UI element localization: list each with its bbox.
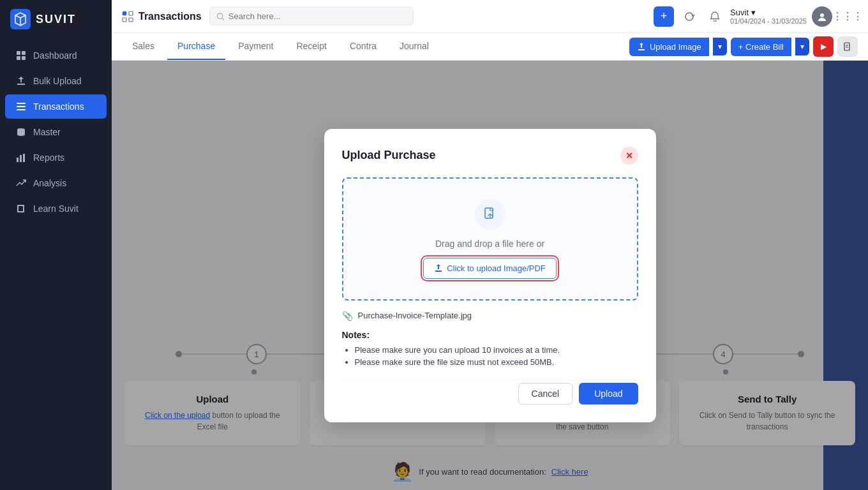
database-icon (15, 126, 27, 138)
svg-rect-1 (17, 51, 20, 55)
sidebar-item-dashboard[interactable]: Dashboard (5, 43, 107, 68)
logo[interactable]: SUVIT (0, 0, 112, 38)
add-button[interactable]: + (654, 6, 674, 27)
logo-icon (10, 9, 31, 29)
file-icon (483, 207, 497, 221)
doc-icon (843, 42, 852, 51)
upload-zone-icon (475, 199, 505, 230)
trending-up-icon (15, 177, 27, 189)
tab-purchase[interactable]: Purchase (167, 33, 225, 60)
sidebar-item-master[interactable]: Master (5, 120, 107, 144)
sync-icon-btn[interactable] (679, 6, 700, 27)
click-upload-button[interactable]: Click to upload Image/PDF (423, 258, 557, 279)
paperclip-icon: 📎 (342, 311, 353, 321)
youtube-button[interactable]: ▶ (813, 36, 834, 57)
sidebar-item-analysis[interactable]: Analysis (5, 171, 107, 195)
user-info: Suvit ▾ 01/04/2024 - 31/03/2025 (730, 8, 807, 25)
svg-rect-9 (17, 158, 19, 162)
sidebar-nav: Dashboard Bulk Upload Transactions Maste… (0, 38, 112, 226)
attached-file: 📎 Purchase-Invoice-Template.jpg (342, 311, 638, 321)
search-box[interactable] (209, 7, 414, 26)
create-bill-button[interactable]: + Create Bill (731, 38, 791, 56)
list-icon (15, 101, 27, 112)
upload-submit-button[interactable]: Upload (579, 383, 638, 405)
sidebar-item-bulk-upload[interactable]: Bulk Upload (5, 69, 107, 93)
notes-list: Please make sure you can upload 10 invoi… (342, 345, 638, 367)
tabbar: Sales Purchase Payment Receipt Contra Jo… (112, 33, 868, 61)
cancel-button[interactable]: Cancel (518, 383, 573, 405)
transactions-icon (122, 11, 133, 22)
note-item-1: Please make sure you can upload 10 invoi… (355, 345, 638, 355)
sidebar: SUVIT Dashboard Bulk Upload Transactions… (0, 0, 112, 490)
avatar[interactable] (812, 6, 832, 27)
tab-receipt[interactable]: Receipt (286, 33, 336, 60)
sidebar-item-learn-suvit[interactable]: Learn Suvit (5, 197, 107, 221)
sidebar-item-label: Dashboard (33, 50, 77, 61)
tab-sales[interactable]: Sales (122, 33, 165, 60)
tabbar-actions: Upload Image ▾ + Create Bill ▾ ▶ (629, 36, 858, 57)
drag-drop-text: Drag and drop a file here or (356, 239, 624, 249)
modal-overlay[interactable]: Upload Purchase ✕ Drag and drop a file h… (112, 61, 868, 490)
bell-icon-btn[interactable] (705, 6, 725, 27)
bar-chart-icon (15, 152, 27, 163)
tab-journal[interactable]: Journal (389, 33, 439, 60)
svg-rect-11 (23, 154, 25, 162)
sidebar-item-label: Learn Suvit (33, 204, 79, 214)
grid-menu-btn[interactable]: ⋮⋮⋮ (837, 6, 858, 27)
sidebar-item-label: Bulk Upload (33, 76, 82, 86)
svg-rect-15 (129, 18, 133, 22)
modal-header: Upload Purchase ✕ (342, 147, 638, 165)
svg-rect-10 (20, 155, 22, 162)
modal-close-button[interactable]: ✕ (620, 147, 638, 165)
upload-small-icon (434, 264, 443, 272)
page-title: Transactions (138, 11, 202, 22)
sidebar-item-transactions[interactable]: Transactions (5, 94, 107, 119)
sidebar-item-label: Transactions (33, 101, 84, 112)
create-bill-dropdown-button[interactable]: ▾ (795, 38, 809, 56)
search-icon (216, 12, 225, 21)
svg-point-17 (820, 13, 824, 17)
note-item-2: Please make sure the file size must not … (355, 357, 638, 367)
svg-rect-12 (123, 11, 126, 15)
user-name: Suvit ▾ (730, 8, 807, 17)
svg-rect-2 (22, 51, 26, 55)
modal-title: Upload Purchase (342, 149, 436, 162)
modal-footer: Cancel Upload (342, 380, 638, 405)
tab-contra[interactable]: Contra (340, 33, 387, 60)
svg-rect-21 (485, 208, 493, 218)
page-content: 1 2 3 4 (112, 61, 868, 490)
svg-rect-3 (17, 56, 20, 60)
upload-zone[interactable]: Drag and drop a file here or Click to up… (342, 177, 638, 301)
svg-rect-14 (123, 18, 126, 22)
upload-icon (15, 75, 27, 87)
logo-text: SUVIT (36, 13, 76, 26)
sidebar-item-label: Analysis (33, 178, 66, 188)
topbar-right: + Suvit ▾ (654, 6, 858, 27)
avatar-icon (816, 11, 828, 22)
svg-rect-7 (17, 109, 26, 110)
topbar-left: Transactions (122, 11, 202, 22)
book-icon (15, 203, 27, 214)
tab-payment[interactable]: Payment (228, 33, 283, 60)
sidebar-item-reports[interactable]: Reports (5, 145, 107, 170)
svg-rect-6 (17, 106, 26, 107)
attached-filename: Purchase-Invoice-Template.jpg (358, 311, 472, 320)
notes-section: Notes: Please make sure you can upload 1… (342, 330, 638, 367)
bell-icon (709, 11, 721, 22)
sync-icon (684, 11, 695, 22)
notes-title: Notes: (342, 330, 638, 340)
svg-point-16 (217, 13, 222, 18)
svg-rect-4 (22, 56, 26, 60)
sidebar-item-label: Master (33, 127, 61, 137)
upload-modal: Upload Purchase ✕ Drag and drop a file h… (324, 129, 656, 422)
svg-rect-5 (17, 103, 26, 104)
document-button[interactable] (837, 36, 858, 57)
svg-rect-13 (129, 11, 133, 15)
upload-image-dropdown-button[interactable]: ▾ (713, 38, 727, 56)
sidebar-item-label: Reports (33, 152, 64, 163)
search-input[interactable] (228, 11, 407, 21)
grid-icon (15, 50, 27, 61)
user-date-range: 01/04/2024 - 31/03/2025 (730, 17, 807, 25)
upload-image-button[interactable]: Upload Image (629, 38, 709, 56)
topbar: Transactions + (112, 0, 868, 33)
